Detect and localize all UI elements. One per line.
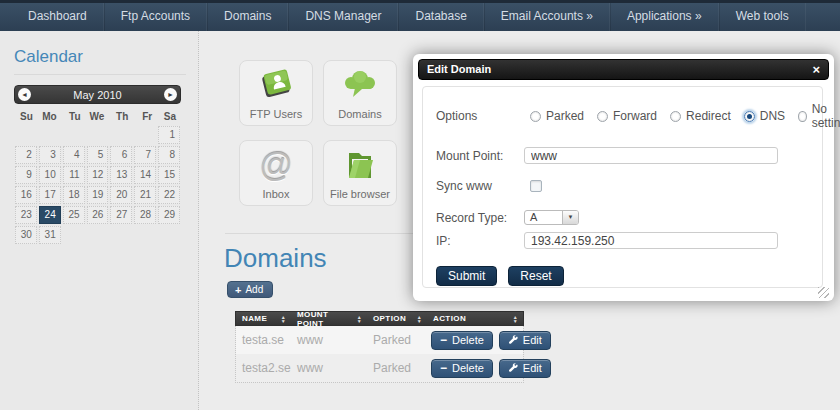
column-header-mount-point[interactable]: MOUNT POINT▲▼ xyxy=(291,310,367,328)
record-type-value: A xyxy=(525,211,562,224)
radio-icon[interactable] xyxy=(530,111,541,122)
calendar-day-cell[interactable]: 18 xyxy=(63,186,85,204)
calendar-day-cell[interactable]: 10 xyxy=(39,166,61,184)
nav-item-domains[interactable]: Domains xyxy=(207,3,288,31)
column-header-name[interactable]: NAME▲▼ xyxy=(236,314,291,323)
nav-item-dns-manager[interactable]: DNS Manager xyxy=(288,3,398,31)
calendar-day-cell[interactable]: 28 xyxy=(134,206,156,224)
tile-inbox[interactable]: @ Inbox xyxy=(239,140,313,206)
radio-option-label: DNS xyxy=(760,109,785,123)
calendar-day-cell[interactable]: 24 xyxy=(39,206,61,224)
column-header-label: MOUNT POINT xyxy=(297,310,357,328)
nav-item-applications[interactable]: Applications » xyxy=(610,3,719,31)
table-row: testa2.sewwwParked−Delete Edit xyxy=(236,354,523,382)
nav-item-ftp-accounts[interactable]: Ftp Accounts xyxy=(104,3,207,31)
calendar-day-cell[interactable]: 3 xyxy=(39,146,61,164)
wrench-icon xyxy=(508,363,518,373)
calendar-day-cell[interactable]: 6 xyxy=(110,146,132,164)
nav-item-dashboard[interactable]: Dashboard xyxy=(12,3,104,31)
weekday-label: Mo xyxy=(38,109,62,125)
weekday-label: Fr xyxy=(133,109,157,125)
radio-option-parked[interactable]: Parked xyxy=(530,109,584,123)
submit-button[interactable]: Submit xyxy=(436,266,497,286)
calendar-day-cell[interactable]: 1 xyxy=(158,126,180,144)
delete-button[interactable]: −Delete xyxy=(431,359,493,378)
divider xyxy=(14,74,186,75)
record-type-label: Record Type: xyxy=(436,211,524,225)
nav-item-database[interactable]: Database xyxy=(398,3,483,31)
calendar-day-cell[interactable]: 7 xyxy=(134,146,156,164)
sync-www-checkbox[interactable] xyxy=(530,180,542,192)
option-cell: Parked xyxy=(367,333,427,347)
app-root: DashboardFtp AccountsDomainsDNS ManagerD… xyxy=(0,0,840,410)
radio-icon[interactable] xyxy=(670,111,681,122)
edit-button[interactable]: Edit xyxy=(499,331,551,350)
calendar-day-cell[interactable]: 15 xyxy=(158,166,180,184)
calendar-day-cell[interactable]: 31 xyxy=(39,226,61,244)
nav-item-web-tools[interactable]: Web tools xyxy=(719,3,806,31)
calendar-day-cell[interactable]: 27 xyxy=(110,206,132,224)
column-header-action[interactable]: ACTION▲▼ xyxy=(427,314,523,323)
domain-option-radio-group: ParkedForwardRedirectDNSNo settings xyxy=(530,102,840,130)
table-body: testa.sewwwParked−Delete Edittesta2.seww… xyxy=(235,326,524,383)
tile-domains[interactable]: Domains xyxy=(323,60,397,126)
radio-icon[interactable] xyxy=(597,111,608,122)
calendar-next-icon[interactable]: ► xyxy=(164,88,177,101)
calendar-week-row: 9101112131415 xyxy=(14,165,181,185)
calendar-day-cell[interactable]: 19 xyxy=(87,186,109,204)
tile-file-browser[interactable]: File browser xyxy=(323,140,397,206)
calendar-day-cell[interactable]: 20 xyxy=(110,186,132,204)
calendar-day-cell[interactable]: 2 xyxy=(15,146,37,164)
calendar-day-cell[interactable]: 26 xyxy=(87,206,109,224)
tile-ftp-users[interactable]: FTP Users xyxy=(239,60,313,126)
radio-option-dns[interactable]: DNS xyxy=(744,109,785,123)
calendar-empty-cell xyxy=(110,126,132,144)
radio-option-redirect[interactable]: Redirect xyxy=(670,109,731,123)
calendar-day-cell[interactable]: 16 xyxy=(15,186,37,204)
radio-option-no-settings[interactable]: No settings xyxy=(798,102,840,130)
column-header-label: NAME xyxy=(242,314,267,323)
domain-name-cell: testa2.se xyxy=(236,361,291,375)
at-sign-icon: @ xyxy=(259,141,293,188)
calendar-day-cell[interactable]: 13 xyxy=(110,166,132,184)
record-type-select[interactable]: A ▼ xyxy=(524,210,579,225)
calendar-day-cell[interactable]: 29 xyxy=(158,206,180,224)
edit-button[interactable]: Edit xyxy=(499,359,551,378)
calendar-day-cell[interactable]: 9 xyxy=(15,166,37,184)
radio-option-forward[interactable]: Forward xyxy=(597,109,657,123)
close-icon[interactable]: × xyxy=(812,60,820,79)
calendar-day-cell[interactable]: 17 xyxy=(39,186,61,204)
calendar-day-cell[interactable]: 21 xyxy=(134,186,156,204)
sync-www-label: Sync www xyxy=(436,179,524,193)
radio-icon[interactable] xyxy=(798,111,807,122)
calendar-day-cell[interactable]: 14 xyxy=(134,166,156,184)
dialog-titlebar[interactable]: Edit Domain × xyxy=(418,59,829,80)
calendar-day-cell[interactable]: 5 xyxy=(87,146,109,164)
calendar-empty-cell xyxy=(134,126,156,144)
resize-handle-icon[interactable] xyxy=(818,287,829,298)
calendar-week-row: 2345678 xyxy=(14,145,181,165)
action-cell: −Delete Edit xyxy=(427,331,523,350)
calendar-day-cell[interactable]: 23 xyxy=(15,206,37,224)
calendar-day-cell[interactable]: 4 xyxy=(63,146,85,164)
calendar-day-cell[interactable]: 11 xyxy=(63,166,85,184)
calendar-empty-cell xyxy=(134,226,156,244)
calendar-week-row: 23242526272829 xyxy=(14,205,181,225)
tile-label: Inbox xyxy=(263,188,290,200)
calendar-day-cell[interactable]: 25 xyxy=(63,206,85,224)
mount-point-input[interactable] xyxy=(524,147,778,164)
column-header-option[interactable]: OPTION▲▼ xyxy=(367,314,427,323)
radio-icon[interactable] xyxy=(744,111,755,122)
cloud-icon xyxy=(341,61,379,108)
calendar-day-cell[interactable]: 30 xyxy=(15,226,37,244)
domain-name-cell: testa.se xyxy=(236,333,291,347)
delete-button[interactable]: −Delete xyxy=(431,331,493,350)
nav-item-email-accounts[interactable]: Email Accounts » xyxy=(484,3,610,31)
calendar-day-cell[interactable]: 12 xyxy=(87,166,109,184)
reset-button[interactable]: Reset xyxy=(508,266,563,286)
calendar-day-cell[interactable]: 8 xyxy=(158,146,180,164)
add-domain-button[interactable]: + Add xyxy=(227,281,273,298)
calendar-prev-icon[interactable]: ◄ xyxy=(18,88,31,101)
ip-input[interactable] xyxy=(524,232,778,249)
calendar-day-cell[interactable]: 22 xyxy=(158,186,180,204)
